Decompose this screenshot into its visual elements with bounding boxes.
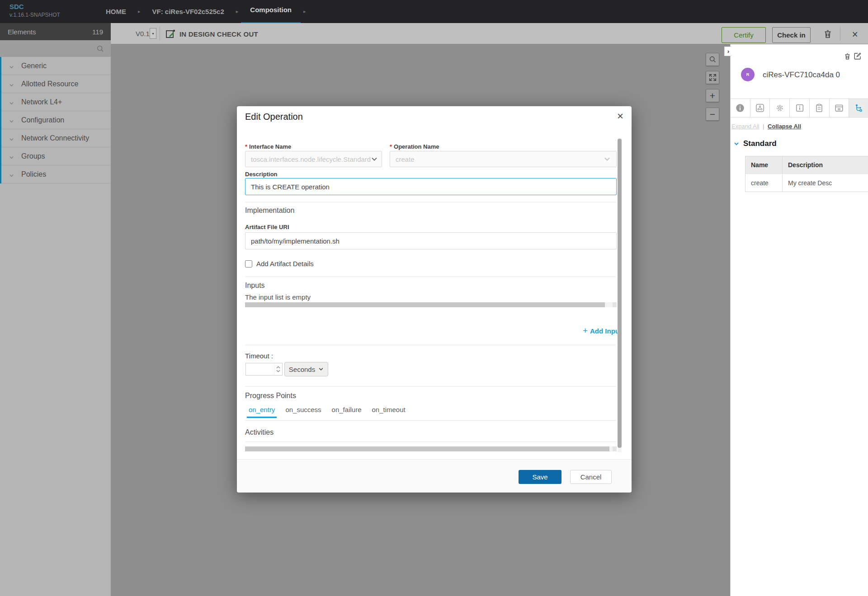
component-edit-icon[interactable] [854,52,862,60]
canvas-zoom-in-button[interactable]: + [706,89,719,102]
elements-title: Elements [8,28,36,36]
stepper-up-icon [276,366,280,369]
breadcrumb-vf[interactable]: VF: ciRes-VF02c525c2 [143,0,233,23]
canvas-fullscreen-button[interactable] [706,71,719,84]
tab-information-icon[interactable] [790,99,810,117]
interface-name-select[interactable]: tosca.interfaces.node.lifecycle.Standard [245,151,382,167]
divider [245,345,617,345]
add-input-link[interactable]: + Add Input [583,326,622,336]
save-button[interactable]: Save [519,470,561,484]
checkin-button[interactable]: Check in [772,27,811,43]
stepper-down-icon [276,370,280,372]
artifact-uri-input[interactable] [245,232,617,249]
tab-on-success[interactable]: on_success [283,406,323,418]
tab-on-failure[interactable]: on_failure [330,406,363,418]
sidebar-item-allotted-resource[interactable]: Allotted Resource [0,75,111,93]
sidebar-item-policies[interactable]: Policies [0,165,111,183]
sdc-composition-screen: SDC v.1.16.1-SNAPSHOT HOME ▸ VF: ciRes-V… [0,0,868,596]
sidebar-item-generic[interactable]: Generic [0,57,111,75]
panel-collapse-icon[interactable]: › [724,47,732,56]
breadcrumb-composition[interactable]: Composition [241,0,301,24]
chevron-down-icon [9,99,14,104]
interface-section-header[interactable]: Standard [733,139,777,148]
divider [245,386,617,387]
elements-count-badge: 119 [92,28,103,36]
sidebar-item-groups[interactable]: Groups [0,147,111,165]
tab-operations-icon[interactable] [849,99,868,117]
stepper-arrows[interactable] [274,363,282,375]
divider [245,441,617,442]
collapse-all-link[interactable]: Collapse All [768,123,801,130]
inputs-horizontal-scrollbar [245,302,617,307]
tab-info-icon[interactable] [731,99,750,117]
toolbar-divider [840,27,840,41]
tab-composition-artifacts-icon[interactable] [750,99,770,117]
certify-button[interactable]: Certify [722,27,766,43]
composition-toolbar: V0.1 ▾ IN DESIGN CHECK OUT Certify Check… [111,23,868,44]
scrollbar-thumb[interactable] [245,446,609,451]
operation-name-select[interactable]: create [390,151,617,167]
close-composition-icon[interactable]: × [852,27,858,42]
scrollbar-endcap [613,302,617,307]
lifecycle-status-label: IN DESIGN CHECK OUT [179,30,258,38]
operation-name-cell: create [745,174,783,192]
timeout-stepper [245,363,283,375]
chevron-down-icon [9,63,14,68]
required-icon: * [390,143,392,150]
chevron-down-icon [604,155,611,163]
modal-footer: Save Cancel [237,459,632,493]
version-dropdown[interactable]: ▾ [150,28,156,39]
tab-on-entry[interactable]: on_entry [247,406,277,418]
scrollbar-thumb[interactable] [618,139,622,448]
table-row[interactable]: create My create Desc [745,174,868,192]
toolbar-divider [160,27,160,41]
timeout-input[interactable] [246,363,274,375]
inputs-empty-text: The input list is empty [245,293,311,301]
breadcrumb-arrow-icon: ▸ [135,9,143,14]
link-separator: | [761,123,766,130]
scrollbar-endcap [613,446,617,451]
inputs-section-label: Inputs [245,282,265,290]
chevron-down-icon [9,172,14,177]
interface-section-title: Standard [743,139,777,148]
canvas-zoom-out-button[interactable]: − [706,108,719,121]
plus-icon: + [583,326,588,336]
breadcrumb-arrow-icon: ▸ [301,9,309,14]
artifact-uri-label: Artifact File URI [245,224,289,230]
tab-requirements-icon[interactable] [810,99,830,117]
sidebar-item-network-connectivity[interactable]: Network Connectivity [0,129,111,147]
elements-search-input[interactable] [0,40,96,57]
edit-operation-modal: Edit Operation × *Interface Name *Operat… [237,106,632,492]
expand-collapse-links: Expand All | Collapse All [731,123,801,130]
tab-settings-icon[interactable] [770,99,790,117]
breadcrumb-home[interactable]: HOME [97,0,135,23]
description-input[interactable] [245,178,617,195]
activities-section-label: Activities [245,428,274,436]
chevron-down-icon [9,154,14,159]
tab-on-timeout[interactable]: on_timeout [370,406,407,418]
activities-horizontal-scrollbar [245,446,617,451]
timeout-label: Timeout : [245,352,273,360]
progress-points-label: Progress Points [245,392,296,400]
chevron-down-icon [733,141,740,147]
cancel-button[interactable]: Cancel [570,470,612,484]
chevron-down-icon [9,81,14,86]
breadcrumb-arrow-icon: ▸ [233,9,241,14]
app-header: SDC v.1.16.1-SNAPSHOT HOME ▸ VF: ciRes-V… [0,0,868,23]
divider [245,277,617,277]
elements-sidebar: Elements 119 Generic Allotted Resource [0,23,111,596]
component-delete-icon[interactable] [844,52,851,60]
component-title: ciRes-VFC710ca4da 0 [763,70,840,80]
divider [245,420,617,421]
timeout-unit-select[interactable]: Seconds [284,362,328,376]
sidebar-item-configuration[interactable]: Configuration [0,111,111,129]
tab-deployment-artifacts-icon[interactable] [830,99,849,117]
add-artifact-details-checkbox[interactable] [245,260,252,267]
expand-all-link[interactable]: Expand All [731,123,759,130]
canvas-search-button[interactable] [706,53,719,66]
delete-icon[interactable] [823,29,833,39]
scrollbar-thumb[interactable] [245,302,605,307]
modal-close-icon[interactable]: × [617,110,623,122]
sidebar-item-network-l4[interactable]: Network L4+ [0,93,111,111]
operations-table-header: Name Description [745,156,868,174]
